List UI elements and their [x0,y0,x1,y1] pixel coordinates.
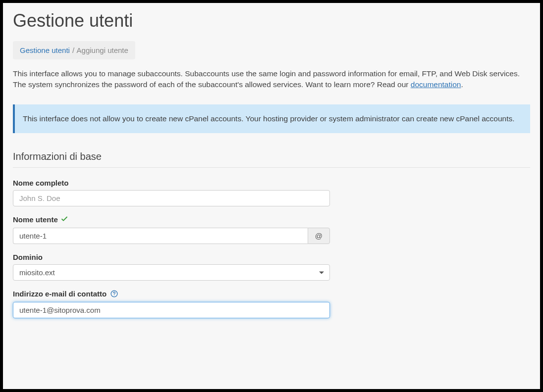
section-heading: Informazioni di base [13,151,530,168]
username-label-text: Nome utente [13,215,58,224]
username-input-group: @ [13,228,330,244]
fullname-label: Nome completo [13,179,330,187]
email-input[interactable] [13,302,330,318]
username-input[interactable] [13,228,308,244]
page-title: Gestione utenti [13,10,530,31]
breadcrumb-separator: / [72,46,74,54]
form-group-email: Indirizzo e-mail di contatto [13,290,330,318]
breadcrumb-current: Aggiungi utente [77,46,128,54]
info-callout: This interface does not allow you to cre… [13,104,530,133]
check-icon [61,216,68,225]
breadcrumb: Gestione utenti / Aggiungi utente [13,41,135,59]
username-label: Nome utente [13,215,330,225]
username-addon: @ [308,228,330,244]
form-group-domain: Dominio miosito.ext [13,253,330,281]
fullname-input[interactable] [13,190,330,206]
breadcrumb-root-link[interactable]: Gestione utenti [20,46,70,54]
svg-point-1 [114,295,114,296]
page-container: Gestione utenti Gestione utenti / Aggiun… [3,3,540,389]
form-group-fullname: Nome completo [13,179,330,206]
intro-text: This interface allows you to manage suba… [13,68,530,91]
email-label-text: Indirizzo e-mail di contatto [13,290,107,298]
info-callout-text: This interface does not allow you to cre… [23,114,515,123]
domain-select-wrapper: miosito.ext [13,264,330,281]
help-icon[interactable] [110,290,118,299]
intro-text-after: . [461,80,463,89]
form-group-username: Nome utente @ [13,215,330,244]
email-label: Indirizzo e-mail di contatto [13,290,330,299]
domain-select[interactable]: miosito.ext [13,264,330,281]
documentation-link[interactable]: documentation [411,80,461,89]
domain-label: Dominio [13,253,330,261]
